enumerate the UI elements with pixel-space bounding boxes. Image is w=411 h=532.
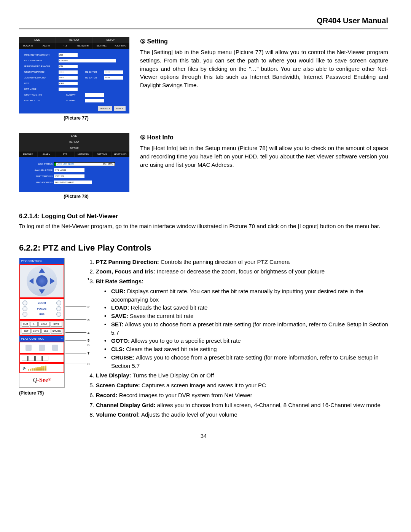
zoom-minus-button[interactable] [22, 300, 27, 305]
subtab-ptz[interactable]: PTZ [56, 152, 75, 157]
cur-input[interactable]: 1 [30, 322, 38, 327]
item-label: Volume Control: [96, 411, 140, 418]
subtab-record[interactable]: RECORD [19, 152, 38, 157]
ptz-control-title: PTZ CONTROL [21, 259, 42, 264]
tab-setup[interactable]: SETUP [92, 37, 129, 43]
hostinfo-num: ⑥ [140, 134, 145, 141]
arrow-left-icon[interactable] [29, 278, 33, 284]
vol-bar[interactable] [35, 367, 37, 371]
vol-bar[interactable] [43, 366, 45, 371]
subtab-hostinfo[interactable]: HOST INFO [112, 152, 130, 157]
subtab-alarm[interactable]: ALARM [38, 152, 56, 157]
adminpw-label: ADMIN PASSWORD [24, 76, 59, 80]
dst-input[interactable]: OFF [59, 82, 78, 85]
path-input[interactable]: C:\DVR\ [59, 59, 116, 62]
minimize-icon[interactable]: − [61, 337, 63, 341]
sunday2-input[interactable] [85, 99, 104, 102]
bullet-item: GOTO: Allows you to go to a specific pre… [111, 337, 388, 345]
vol-bar[interactable] [28, 369, 29, 371]
fullscreen-icon[interactable] [22, 356, 28, 361]
tab-replay[interactable]: REPLAY [19, 139, 129, 145]
load-button[interactable]: LOAD [38, 322, 50, 327]
setting-body: The [Setting] tab in the Setup menu (Pic… [140, 48, 388, 89]
vol-bar[interactable] [45, 366, 46, 371]
record-icon[interactable] [52, 345, 58, 351]
reenter2-input[interactable]: •••••• [104, 76, 123, 80]
cruise-button[interactable]: CRUISE [51, 329, 62, 334]
zoom-plus-button[interactable] [56, 300, 61, 305]
userpw-label: USER PASSWORD [24, 70, 59, 74]
dstmode-input[interactable] [59, 88, 78, 91]
subtab-hostinfo[interactable]: HOST INFO [111, 43, 129, 49]
subtab-record[interactable]: RECORD [19, 43, 37, 49]
iris-label: IRIS [39, 313, 45, 316]
vol-bar[interactable] [30, 369, 31, 371]
save-button[interactable]: SAVE [51, 322, 62, 327]
subtab-ptz[interactable]: PTZ [56, 43, 74, 49]
item-label: Screen Capture: [96, 382, 140, 388]
iepw-input[interactable]: ON [59, 65, 78, 68]
screen-capture-icon[interactable] [39, 345, 45, 351]
b-text: Saves the current bit rate [128, 313, 194, 319]
picture-78: LIVE REPLAY SETUP RECORD ALARM PTZ NETWO… [19, 133, 129, 192]
vol-bar[interactable] [37, 367, 39, 371]
set-button[interactable]: SET [22, 329, 31, 334]
item-label: Zoom, Focus and Iris: [96, 268, 155, 275]
adminpw-input[interactable]: •••••• [59, 76, 78, 80]
logout-body: To log out of the Net-Viewer program, go… [19, 222, 388, 230]
vol-bar[interactable] [32, 368, 33, 371]
b-text: Reloads the last saved bit rate [129, 304, 208, 311]
arrow-up-icon[interactable] [39, 268, 45, 273]
reenter-label: RE-ENTER [85, 70, 104, 74]
setting-num: ⑤ [140, 38, 145, 45]
picture-77: LIVE REPLAY SETUP RECORD ALARM PTZ NETWO… [19, 37, 129, 113]
live-display-icon[interactable] [25, 345, 32, 351]
hdd-label: HDD STATUS [24, 163, 54, 166]
iris-plus-button[interactable] [56, 312, 61, 317]
sunday-input[interactable] [85, 93, 104, 97]
list-item: Volume Control: Adjusts the audio level … [96, 411, 388, 419]
item-text: Adjusts the audio level of your volume [140, 411, 237, 418]
header-title: QR404 User Manual [317, 15, 388, 26]
cls-button[interactable]: CLS [41, 329, 51, 334]
ptz-dpad[interactable] [19, 264, 64, 298]
subtab-setting[interactable]: SETTING [92, 43, 111, 49]
grid-8-icon[interactable] [35, 356, 41, 361]
vol-bar[interactable] [39, 367, 41, 371]
default-button[interactable]: DEFAULT [98, 106, 113, 111]
grid-4-icon[interactable] [29, 356, 35, 361]
iris-minus-button[interactable] [22, 312, 27, 317]
focus-minus-button[interactable] [22, 306, 27, 311]
arrow-down-icon[interactable] [39, 289, 45, 294]
arrow-right-icon[interactable] [50, 278, 55, 284]
bandwidth-input[interactable]: 256 [59, 53, 78, 57]
subtab-network[interactable]: NETWORK [74, 43, 92, 49]
play-control-header: PLAY CONTROL − [19, 336, 64, 342]
callout-7: 7 [88, 351, 89, 356]
tab-live[interactable]: LIVE [19, 37, 56, 43]
speaker-icon[interactable]: 🔈 [22, 366, 26, 371]
dpad-center[interactable] [36, 275, 48, 287]
apply-button[interactable]: APPLY [114, 106, 126, 111]
subtab-setting[interactable]: SETTING [93, 152, 112, 157]
subtab-alarm[interactable]: ALARM [37, 43, 56, 49]
vol-bar[interactable] [41, 366, 43, 371]
sunday-label: SUNDAY [66, 93, 85, 97]
tab-setup[interactable]: SETUP [19, 145, 129, 152]
tab-live[interactable]: LIVE [19, 133, 129, 139]
vol-bar[interactable] [33, 368, 35, 371]
reenter-input[interactable]: •••••• [104, 70, 123, 74]
goto-button[interactable]: GOTO [32, 329, 41, 334]
focus-plus-button[interactable] [56, 306, 61, 311]
minimize-icon[interactable]: − [61, 259, 63, 264]
list-item: Live Display: Turns the Live Display On … [96, 371, 388, 380]
userpw-input[interactable]: •••••• [59, 70, 78, 74]
soft-label: SOFT VERSION [24, 175, 54, 178]
section-logout: 6.2.1.4: Logging Out of Net-Viewer To lo… [19, 212, 388, 230]
grid-16-icon[interactable] [42, 356, 48, 361]
list-item: PTZ Panning Direction: Controls the pann… [96, 258, 388, 266]
tab-replay[interactable]: REPLAY [56, 37, 93, 43]
subtab-network[interactable]: NETWORK [75, 152, 93, 157]
bandwidth-label: INTERNET BANDWIDTH [24, 53, 59, 57]
zoom-focus-iris: ZOOM FOCUS IRIS [19, 298, 64, 320]
